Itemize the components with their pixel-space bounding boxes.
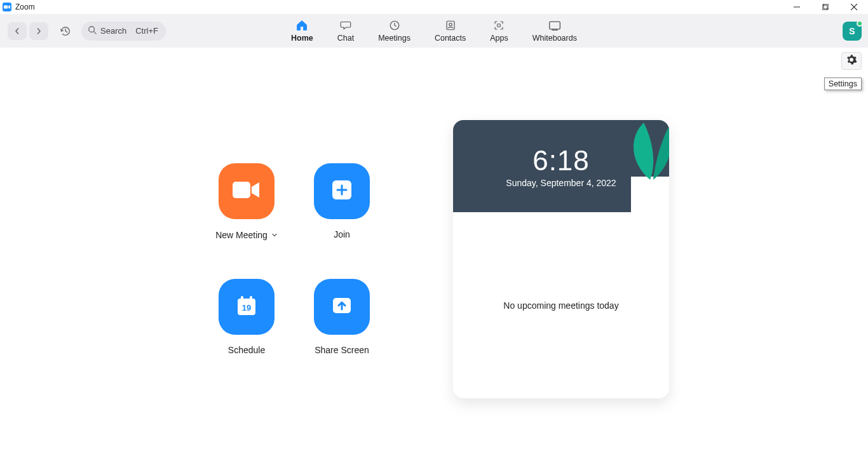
video-icon: [231, 179, 262, 203]
svg-rect-19: [250, 296, 252, 301]
tab-apps[interactable]: Apps: [487, 14, 511, 48]
join-button[interactable]: [314, 163, 370, 219]
tab-label: Chat: [337, 34, 354, 43]
calendar-panel: 6:18 Sunday, September 4, 2022 No upcomi…: [453, 120, 669, 398]
home-icon: [295, 18, 308, 32]
new-meeting-label-row[interactable]: New Meeting: [215, 229, 278, 241]
nav-forward-button[interactable]: [29, 22, 48, 40]
action-label: Schedule: [228, 345, 265, 355]
title-bar-left: Zoom: [3, 3, 35, 11]
tab-label: Home: [291, 34, 313, 43]
tab-label: Whiteboards: [532, 34, 577, 43]
calendar-icon: 19: [234, 293, 259, 321]
new-meeting-button[interactable]: [219, 163, 275, 219]
history-button[interactable]: [56, 22, 75, 40]
svg-rect-13: [233, 182, 250, 198]
window-controls: [782, 0, 868, 14]
action-share-screen: Share Screen: [294, 279, 390, 355]
search-input[interactable]: Search Ctrl+F: [81, 22, 166, 41]
svg-rect-0: [4, 6, 8, 9]
svg-rect-3: [824, 4, 829, 9]
action-label: New Meeting: [215, 230, 268, 240]
clock-date: Sunday, September 4, 2022: [506, 178, 616, 188]
calendar-panel-body: No upcoming meetings today: [453, 212, 669, 398]
title-bar: Zoom: [0, 0, 868, 14]
minimize-button[interactable]: [782, 0, 811, 14]
tab-whiteboards[interactable]: Whiteboards: [530, 14, 580, 48]
svg-rect-11: [498, 24, 501, 27]
close-button[interactable]: [839, 0, 868, 14]
maximize-button[interactable]: [811, 0, 839, 14]
chat-icon: [339, 18, 352, 32]
zoom-app-icon: [3, 3, 11, 11]
calendar-panel-header: 6:18 Sunday, September 4, 2022: [453, 120, 669, 212]
tab-home[interactable]: Home: [288, 14, 316, 48]
profile-button[interactable]: S: [843, 22, 862, 41]
chevron-down-icon: [271, 229, 278, 241]
search-icon: [88, 25, 97, 37]
svg-line-7: [94, 31, 97, 34]
svg-rect-9: [447, 21, 454, 30]
nav-group: [8, 22, 75, 40]
action-join: Join: [294, 163, 390, 241]
avatar-initial: S: [849, 26, 855, 36]
svg-rect-18: [241, 296, 243, 301]
clock-icon: [389, 18, 400, 32]
tab-label: Apps: [490, 34, 508, 43]
svg-rect-2: [822, 5, 827, 10]
tab-contacts[interactable]: Contacts: [432, 14, 468, 48]
app-title: Zoom: [15, 3, 35, 11]
presence-indicator: [857, 20, 863, 27]
share-screen-icon: [330, 294, 353, 320]
apps-icon: [494, 18, 505, 32]
action-label: Join: [334, 229, 350, 239]
search-shortcut: Ctrl+F: [135, 26, 158, 36]
action-label: Share Screen: [315, 345, 369, 355]
action-new-meeting: New Meeting: [199, 163, 294, 241]
plant-decoration-icon: [618, 120, 669, 212]
home-main: New Meeting Join 19 Schedule: [0, 48, 868, 458]
settings-tooltip: Settings: [824, 77, 862, 90]
tab-chat[interactable]: Chat: [335, 14, 356, 48]
svg-text:19: 19: [242, 303, 251, 313]
plus-icon: [331, 179, 353, 203]
actions-grid: New Meeting Join 19 Schedule: [199, 163, 390, 355]
tab-label: Contacts: [435, 34, 466, 43]
no-meetings-message: No upcoming meetings today: [503, 300, 618, 311]
search-label: Search: [100, 26, 126, 36]
main-toolbar: Search Ctrl+F Home Chat Meetings Conta: [0, 14, 868, 48]
settings-button[interactable]: [841, 52, 862, 70]
tab-label: Meetings: [378, 34, 410, 43]
contact-icon: [445, 18, 456, 32]
whiteboard-icon: [548, 18, 561, 32]
settings-area: Settings: [841, 52, 862, 70]
svg-point-10: [449, 23, 452, 26]
tab-meetings[interactable]: Meetings: [376, 14, 413, 48]
gear-icon: [846, 54, 857, 68]
clock-time: 6:18: [532, 145, 590, 177]
action-schedule: 19 Schedule: [199, 279, 294, 355]
schedule-button[interactable]: 19: [219, 279, 275, 335]
nav-back-button[interactable]: [8, 22, 27, 40]
share-screen-button[interactable]: [314, 279, 370, 335]
svg-rect-22: [631, 177, 669, 212]
svg-rect-12: [550, 22, 560, 29]
nav-tabs: Home Chat Meetings Contacts Apps: [288, 14, 580, 48]
